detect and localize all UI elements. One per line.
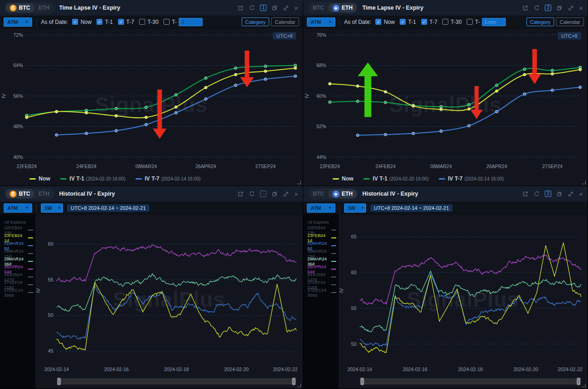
- t-days-input[interactable]: [179, 18, 203, 26]
- checkbox-icon[interactable]: ✓: [96, 19, 102, 25]
- window-count-badge[interactable]: 2: [545, 191, 551, 197]
- coin-eth-tab[interactable]: ◆ETH: [328, 3, 357, 12]
- atm-dropdown[interactable]: ATM▼: [307, 17, 335, 27]
- view-mode-buttons: Category Calendar: [242, 17, 299, 26]
- coin-btc-tab[interactable]: BTC: [309, 189, 328, 198]
- expiry-series-dash: [28, 269, 33, 270]
- checkbox-label: T-7: [126, 19, 134, 25]
- slider-handle-left[interactable]: [360, 378, 364, 385]
- refresh-icon[interactable]: [249, 5, 255, 11]
- checkbox-icon[interactable]: ✓: [421, 19, 427, 25]
- checkbox-icon[interactable]: ✓: [375, 19, 381, 25]
- refresh-icon[interactable]: [533, 5, 540, 11]
- legend-sub-date: (2024-02-14 16:00): [464, 176, 504, 181]
- category-button[interactable]: Category: [242, 17, 270, 26]
- legend-item[interactable]: Now: [29, 175, 50, 182]
- coin-eth-tab[interactable]: ETH: [34, 3, 54, 12]
- fullscreen-icon[interactable]: [567, 5, 574, 11]
- external-link-icon[interactable]: [237, 191, 244, 197]
- coin-toggle[interactable]: BBTC ETH: [5, 2, 55, 13]
- checkbox-icon[interactable]: ✓: [72, 19, 78, 25]
- checkbox-icon[interactable]: ✓: [118, 19, 124, 25]
- legend-item[interactable]: IV T-1(2024-02-20 16:00): [60, 175, 125, 182]
- close-icon[interactable]: ×: [294, 5, 298, 11]
- as-of-date-label: As of Date:: [344, 19, 371, 25]
- fullscreen-icon[interactable]: [567, 191, 574, 197]
- as-of-checkbox-t-[interactable]: T-: [164, 19, 177, 25]
- t-days-input[interactable]: [482, 18, 506, 26]
- external-link-icon[interactable]: [522, 191, 529, 197]
- legend-item[interactable]: IV T-7(2024-02-14 16:00): [439, 175, 504, 182]
- as-of-checkbox-t-7[interactable]: ✓T-7: [421, 19, 437, 25]
- as-of-checkbox-t-1[interactable]: ✓T-1: [400, 19, 416, 25]
- resize-handle-icon[interactable]: [297, 180, 301, 184]
- period-dropdown[interactable]: 1W▼: [41, 203, 63, 213]
- coin-toggle[interactable]: BTC ◆ETH: [308, 2, 358, 13]
- expiry-series-dash: [331, 292, 336, 293]
- as-of-checkbox-t-30[interactable]: T-30: [442, 19, 462, 25]
- checkbox-icon[interactable]: [164, 19, 170, 25]
- checkbox-icon[interactable]: [139, 19, 145, 25]
- coin-eth-tab[interactable]: ETH: [34, 189, 54, 198]
- resize-handle-icon[interactable]: [582, 383, 586, 387]
- expiry-label: All Expiries: [4, 220, 26, 225]
- coin-btc-tab[interactable]: BTC: [309, 3, 328, 12]
- slider-handle-left[interactable]: [57, 378, 61, 385]
- as-of-checkbox-t-1[interactable]: ✓T-1: [96, 19, 113, 25]
- legend-label: Now: [39, 175, 50, 182]
- refresh-icon[interactable]: [249, 191, 255, 197]
- overlap-windows-icon[interactable]: [556, 5, 563, 11]
- checkbox-icon[interactable]: [467, 19, 473, 25]
- as-of-checkbox-t-30[interactable]: T-30: [139, 19, 158, 25]
- checkbox-label: Now: [80, 19, 91, 25]
- time-range-slider[interactable]: [360, 378, 581, 386]
- slider-track[interactable]: [362, 378, 578, 384]
- atm-dropdown[interactable]: ATM▼: [4, 203, 32, 213]
- calendar-button[interactable]: Calendar: [271, 17, 299, 26]
- overlap-windows-icon[interactable]: [271, 191, 278, 197]
- as-of-checkbox-t-7[interactable]: ✓T-7: [118, 19, 134, 25]
- coin-btc-tab[interactable]: BBTC: [6, 3, 34, 12]
- coin-toggle[interactable]: BTC ◆ETH: [308, 188, 358, 199]
- checkbox-icon[interactable]: ✓: [400, 19, 406, 25]
- slider-handle-right[interactable]: [292, 378, 296, 385]
- legend-item[interactable]: IV T-1(2024-02-20 16:00): [363, 175, 429, 182]
- resize-handle-icon[interactable]: [297, 383, 301, 387]
- resize-handle-icon[interactable]: [582, 180, 586, 184]
- fullscreen-icon[interactable]: [283, 5, 289, 11]
- coin-btc-label: BTC: [19, 191, 30, 197]
- as-of-checkbox-now[interactable]: ✓Now: [72, 19, 91, 25]
- period-dropdown[interactable]: 1W▼: [344, 203, 366, 213]
- folder-minus-icon[interactable]: –: [260, 191, 266, 197]
- overlap-windows-icon[interactable]: [556, 191, 563, 197]
- fullscreen-icon[interactable]: [283, 191, 289, 197]
- legend-item[interactable]: Now: [333, 175, 353, 182]
- as-of-checkbox-now[interactable]: ✓Now: [375, 19, 395, 25]
- as-of-checkbox-t-[interactable]: T-: [467, 19, 480, 25]
- overlap-windows-icon[interactable]: [271, 5, 278, 11]
- coin-btc-tab[interactable]: BBTC: [6, 189, 34, 198]
- close-icon[interactable]: ×: [579, 5, 583, 11]
- chart-area: SignalPlus 76%68%60%52%44%IV22FEB2424FEB…: [303, 28, 588, 186]
- close-icon[interactable]: ×: [294, 191, 298, 197]
- atm-dropdown[interactable]: ATM▼: [4, 17, 32, 27]
- window-count-badge[interactable]: 2: [545, 5, 551, 11]
- coin-toggle[interactable]: BBTC ETH: [5, 188, 55, 199]
- slider-handle-right[interactable]: [577, 378, 581, 385]
- titlebar: BTC ◆ETH Time Lapse IV - Expiry 2 ×: [303, 0, 588, 16]
- checkbox-icon[interactable]: [442, 19, 448, 25]
- external-link-icon[interactable]: [237, 5, 244, 11]
- expiry-list-item[interactable]: 27DEC24 309d: [4, 288, 33, 296]
- refresh-icon[interactable]: [533, 191, 540, 197]
- legend-item[interactable]: IV T-7(2024-02-14 16:00): [136, 175, 201, 182]
- atm-dropdown[interactable]: ATM▼: [307, 203, 335, 213]
- time-range-slider[interactable]: [57, 378, 296, 386]
- slider-track[interactable]: [59, 378, 294, 384]
- coin-eth-tab[interactable]: ◆ETH: [328, 189, 357, 198]
- close-icon[interactable]: ×: [579, 191, 583, 197]
- window-count-badge[interactable]: 1: [260, 5, 266, 11]
- external-link-icon[interactable]: [522, 5, 529, 11]
- expiry-list-item[interactable]: 27DEC24 309d: [307, 288, 336, 296]
- category-button[interactable]: Category: [526, 17, 554, 26]
- calendar-button[interactable]: Calendar: [556, 17, 584, 26]
